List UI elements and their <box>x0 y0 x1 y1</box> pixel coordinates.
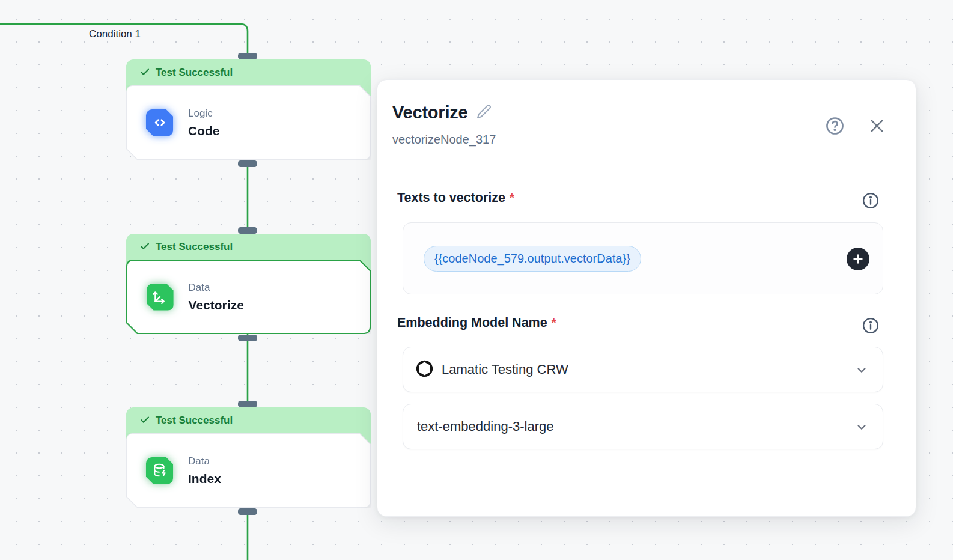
database-zap-icon <box>146 457 173 484</box>
model-dropdown[interactable]: text-embedding-3-large <box>403 404 883 449</box>
vectorize-axes-icon <box>147 284 174 311</box>
flow-editor: Condition 1 Test Successful Logic Code <box>0 0 953 560</box>
embedding-model-label: Embedding Model Name <box>397 315 547 330</box>
node-card[interactable]: Data Index <box>127 434 370 507</box>
node-card[interactable]: Data Vectorize <box>127 261 370 333</box>
node-id: vectorizeNode_317 <box>392 133 496 147</box>
check-icon <box>139 415 150 425</box>
node-category: Data <box>188 455 221 467</box>
connection-handle-top[interactable] <box>238 53 257 59</box>
help-icon[interactable] <box>825 116 845 136</box>
node-category: Data <box>189 282 244 294</box>
connection-handle-bottom[interactable] <box>238 160 257 167</box>
info-icon[interactable] <box>862 192 880 210</box>
info-icon[interactable] <box>862 317 880 335</box>
edit-pencil-icon[interactable] <box>476 104 492 121</box>
check-icon <box>139 241 150 252</box>
check-icon <box>139 67 150 78</box>
node-config-panel: Vectorize vectorizeNode_317 Texts to vec… <box>377 79 916 517</box>
node-vectorize[interactable]: Test Successful Data Vectorize <box>126 227 371 341</box>
provider-value: Lamatic Testing CRW <box>442 362 568 377</box>
add-text-button[interactable] <box>847 248 869 270</box>
node-title: Vectorize <box>189 298 244 312</box>
node-card[interactable]: Logic Code <box>127 86 370 159</box>
panel-title: Vectorize <box>392 103 468 123</box>
code-icon <box>146 109 173 136</box>
connection-handle-bottom[interactable] <box>238 335 257 341</box>
variable-chip[interactable]: {{codeNode_579.output.vectorData}} <box>424 246 641 272</box>
node-status-text: Test Successful <box>156 240 233 253</box>
plus-icon <box>852 253 864 265</box>
texts-to-vectorize-field[interactable]: {{codeNode_579.output.vectorData}} <box>403 222 883 294</box>
node-category: Logic <box>188 108 220 120</box>
node-code[interactable]: Test Successful Logic Code <box>126 53 371 167</box>
node-status-text: Test Successful <box>156 414 233 427</box>
node-title: Code <box>188 124 220 138</box>
connection-handle-top[interactable] <box>238 227 257 234</box>
required-asterisk: * <box>552 316 556 330</box>
connection-handle-bottom[interactable] <box>238 508 257 515</box>
provider-dropdown[interactable]: Lamatic Testing CRW <box>403 347 883 392</box>
texts-to-vectorize-label: Texts to vectorize <box>397 190 505 205</box>
model-value: text-embedding-3-large <box>417 419 553 434</box>
close-icon[interactable] <box>868 117 886 135</box>
divider <box>395 172 898 172</box>
required-asterisk: * <box>510 191 514 205</box>
connection-handle-top[interactable] <box>238 401 257 407</box>
chevron-down-icon <box>855 364 868 379</box>
node-index[interactable]: Test Successful Data Index <box>126 401 371 515</box>
edge-label: Condition 1 <box>89 28 141 40</box>
node-status-text: Test Successful <box>156 66 233 79</box>
openai-icon <box>415 359 434 380</box>
chevron-down-icon <box>855 421 868 436</box>
node-title: Index <box>188 472 221 486</box>
